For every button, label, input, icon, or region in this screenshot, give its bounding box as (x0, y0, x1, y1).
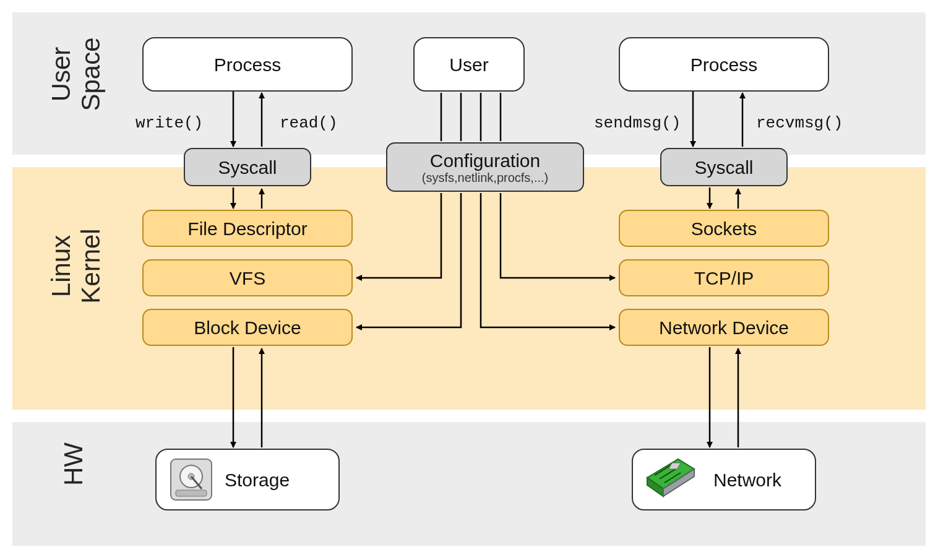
label-linux-kernel: Linux Kernel (46, 167, 106, 365)
box-network-device: Network Device (619, 309, 829, 346)
svg-rect-3 (176, 490, 207, 496)
box-syscall-right: Syscall (660, 148, 788, 186)
label-read: read() (280, 114, 338, 132)
box-configuration: Configuration (sysfs,netlink,procfs,...) (386, 142, 584, 192)
box-sockets: Sockets (619, 210, 829, 247)
diagram-stage: User Space Linux Kernel HW Process Sysca… (0, 0, 938, 560)
box-process-right: Process (619, 37, 829, 92)
label-sendmsg: sendmsg() (594, 114, 681, 132)
box-user: User (413, 37, 525, 92)
label-hw: HW (59, 421, 88, 507)
network-card-icon (641, 457, 698, 502)
label-recvmsg: recvmsg() (756, 114, 843, 132)
label-write: write() (136, 114, 203, 132)
box-vfs: VFS (142, 259, 353, 296)
box-tcpip: TCP/IP (619, 259, 829, 296)
label-user-space: User Space (46, 12, 106, 136)
box-block-device: Block Device (142, 309, 353, 346)
box-file-descriptor: File Descriptor (142, 210, 353, 247)
box-process-left: Process (142, 37, 353, 92)
storage-icon (167, 455, 215, 504)
box-syscall-left: Syscall (184, 148, 311, 186)
